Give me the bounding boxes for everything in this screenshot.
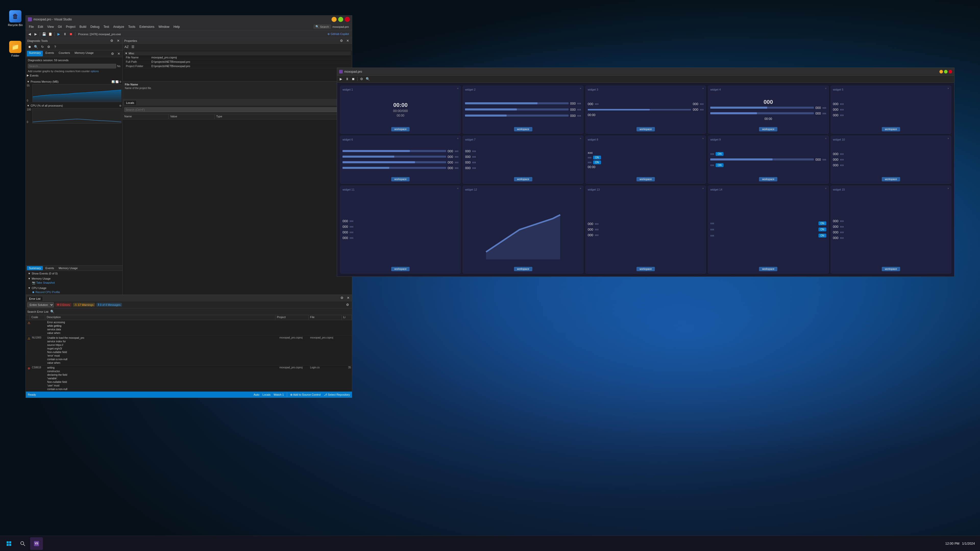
- statusbar-locals[interactable]: Locals: [262, 393, 270, 396]
- menu-extensions[interactable]: Extensions: [137, 24, 156, 29]
- widget-1-close[interactable]: ✕: [456, 87, 460, 90]
- menu-test[interactable]: Test: [102, 24, 111, 29]
- statusbar-repo[interactable]: ⎇ Select Repository: [324, 393, 350, 396]
- widget-6-workspace-btn[interactable]: workspace: [391, 177, 410, 181]
- error-row-3[interactable]: ⊗ CS8618 writing constructor. declaring …: [26, 365, 352, 392]
- error-row-2[interactable]: ⚠ NU1900 Unable to load the moxopad_pro …: [26, 336, 352, 365]
- diag-search-input[interactable]: [28, 64, 116, 68]
- widget-11-close[interactable]: ✕: [456, 187, 460, 190]
- statusbar-watch[interactable]: Watch 1: [274, 393, 284, 396]
- menu-help[interactable]: Help: [172, 24, 182, 29]
- diag-subtab-summary[interactable]: Summary: [27, 266, 43, 270]
- take-snapshot-btn[interactable]: 📷 Take Snapshot: [28, 281, 121, 284]
- widget-8-toggle-1[interactable]: ON: [593, 156, 601, 159]
- menu-debug[interactable]: Debug: [88, 24, 101, 29]
- diag-settings-btn2[interactable]: ⚙: [46, 44, 52, 50]
- widget-1-workspace-btn[interactable]: workspace: [391, 127, 410, 131]
- diag-close-btn[interactable]: ✕: [115, 38, 121, 44]
- taskbar-search-btn[interactable]: [16, 537, 29, 550]
- diag-tab-counters[interactable]: Counters: [57, 51, 72, 56]
- widget-14-toggle-3[interactable]: ON: [818, 233, 826, 238]
- widget-4-workspace-btn[interactable]: workspace: [759, 127, 777, 131]
- options-link[interactable]: options: [91, 70, 99, 73]
- cpu-header[interactable]: ▼ CPU (% of all processors) ⚙: [27, 104, 121, 107]
- widget-11-workspace-btn[interactable]: workspace: [391, 267, 410, 271]
- diag-subtab-memory[interactable]: Memory Usage: [57, 266, 80, 270]
- recycle-bin-icon[interactable]: 🗑 Recycle Bin: [5, 10, 25, 27]
- misc-category[interactable]: ▼ Misc: [124, 51, 351, 56]
- diag-record-btn[interactable]: ⏺: [27, 44, 32, 50]
- widget-2-close[interactable]: ✕: [579, 87, 582, 90]
- wt-btn-1[interactable]: ▶: [338, 76, 344, 82]
- menu-edit[interactable]: Edit: [36, 24, 45, 29]
- diag-refresh-btn[interactable]: ↻: [40, 44, 45, 50]
- widget-minimize-btn[interactable]: [939, 70, 943, 73]
- taskbar-vs-btn[interactable]: VS: [30, 537, 43, 550]
- diag-tab-settings[interactable]: ⚙: [110, 51, 115, 56]
- menu-view[interactable]: View: [45, 24, 56, 29]
- widget-14-toggle-2[interactable]: ON: [818, 227, 826, 231]
- widget-7-workspace-btn[interactable]: workspace: [514, 177, 532, 181]
- menu-tools[interactable]: Tools: [126, 24, 137, 29]
- toolbar-stop[interactable]: ⏹: [68, 32, 74, 37]
- memory-header[interactable]: ▼ Process Memory (MB) 📊 📈 ⚙: [27, 80, 121, 83]
- error-count-badge[interactable]: ⊗ 0 Errors: [56, 303, 72, 306]
- maximize-button[interactable]: [338, 17, 343, 22]
- widget-6-close[interactable]: ✕: [456, 137, 460, 140]
- folder-icon[interactable]: 📁 Folder: [5, 41, 25, 57]
- wt-btn-4[interactable]: ⚙: [359, 76, 364, 82]
- widget-9-toggle-1[interactable]: ON: [716, 152, 724, 156]
- record-cpu-btn[interactable]: ⏺ Record CPU Profile: [28, 291, 121, 294]
- menu-project[interactable]: Project: [64, 24, 77, 29]
- diag-tab-close[interactable]: ✕: [116, 51, 121, 56]
- widget-15-workspace-btn[interactable]: workspace: [882, 267, 900, 271]
- widget-8-toggle-2[interactable]: ON: [593, 160, 601, 164]
- statusbar-source-control[interactable]: ⊕ Add to Source Control: [290, 393, 321, 396]
- widget-12-close[interactable]: ✕: [579, 187, 582, 190]
- toolbar-back[interactable]: ◀: [27, 32, 32, 37]
- widget-3-close[interactable]: ✕: [702, 87, 705, 90]
- widget-8-workspace-btn[interactable]: workspace: [636, 177, 655, 181]
- diag-search-btn[interactable]: 🔍: [33, 44, 39, 50]
- widget-12-workspace-btn[interactable]: workspace: [514, 267, 532, 271]
- error-row-1[interactable]: ⚠ Error accessing while getting service.…: [26, 320, 352, 336]
- wt-btn-3[interactable]: ⏹: [350, 76, 356, 82]
- widget-13-workspace-btn[interactable]: workspace: [636, 267, 655, 271]
- widget-10-close[interactable]: ✕: [947, 137, 950, 140]
- widget-9-workspace-btn[interactable]: workspace: [759, 177, 777, 181]
- widget-14-toggle-1[interactable]: ON: [818, 221, 826, 225]
- error-list-settings[interactable]: ⚙: [339, 295, 345, 300]
- locals-search[interactable]: [124, 107, 344, 112]
- diag-tab-events[interactable]: Events: [43, 51, 56, 56]
- taskbar-start-btn[interactable]: [3, 537, 15, 550]
- widget-14-close[interactable]: ✕: [824, 187, 827, 190]
- widget-14-workspace-btn[interactable]: workspace: [759, 267, 777, 271]
- widget-5-workspace-btn[interactable]: workspace: [882, 127, 900, 131]
- close-button[interactable]: [345, 17, 350, 22]
- widget-13-close[interactable]: ✕: [702, 187, 705, 190]
- widget-maximize-btn[interactable]: [944, 70, 948, 73]
- toolbar-pause[interactable]: ⏸: [62, 32, 68, 37]
- widget-15-close[interactable]: ✕: [947, 187, 950, 190]
- toolbar-save-all[interactable]: 📋: [48, 32, 53, 37]
- diag-settings-btn[interactable]: ⚙: [109, 38, 115, 44]
- menu-analyze[interactable]: Analyze: [111, 24, 126, 29]
- widget-9-toggle-2[interactable]: ON: [716, 163, 724, 167]
- toolbar-start[interactable]: ▶: [56, 32, 62, 37]
- diag-tab-memory[interactable]: Memory Usage: [73, 51, 96, 56]
- widget-7-close[interactable]: ✕: [579, 137, 582, 140]
- show-events-toggle[interactable]: ▼ Show Events (0 of 0): [28, 272, 121, 275]
- toolbar-save[interactable]: 💾: [41, 32, 47, 37]
- widget-close-btn[interactable]: [948, 70, 952, 73]
- events-header[interactable]: ▶ Events: [27, 74, 121, 77]
- toolbar-forward[interactable]: ▶: [33, 32, 38, 37]
- widget-5-close[interactable]: ✕: [947, 87, 950, 90]
- diag-subtab-events[interactable]: Events: [43, 266, 56, 270]
- menu-build[interactable]: Build: [78, 24, 89, 29]
- widget-2-workspace-btn[interactable]: workspace: [514, 127, 532, 131]
- tab-locals[interactable]: Locals: [124, 100, 137, 105]
- error-list-settings2[interactable]: ⚙: [345, 302, 350, 308]
- widget-4-close[interactable]: ✕: [824, 87, 827, 90]
- statusbar-auto[interactable]: Auto: [254, 393, 259, 396]
- widget-8-close[interactable]: ✕: [702, 137, 705, 140]
